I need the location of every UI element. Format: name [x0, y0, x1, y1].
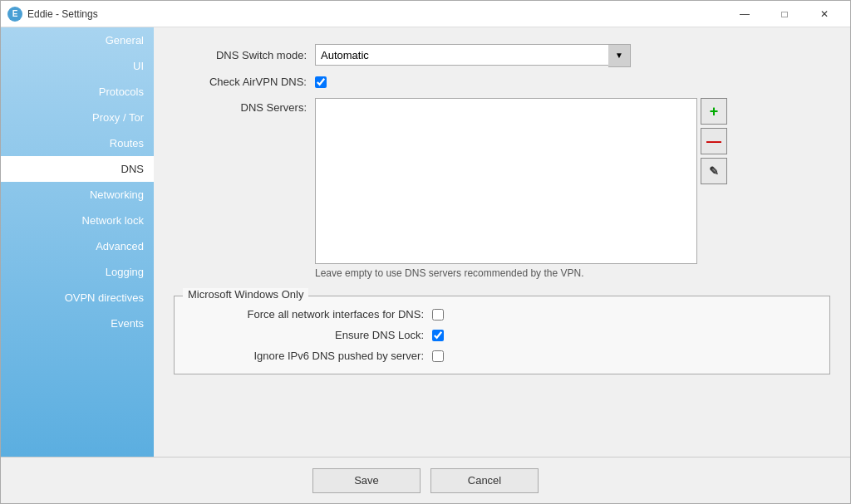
dns-switch-mode-select[interactable]: Automatic Manual None — [315, 44, 631, 66]
sidebar-item-logging[interactable]: Logging — [1, 259, 154, 285]
windows-only-group: Microsoft Windows Only Force all network… — [174, 296, 830, 374]
force-all-interfaces-checkbox[interactable] — [432, 309, 444, 321]
windows-only-legend: Microsoft Windows Only — [183, 288, 308, 301]
ignore-ipv6-label: Ignore IPv6 DNS pushed by server: — [191, 350, 424, 362]
main-panel: DNS Switch mode: Automatic Manual None C… — [154, 27, 850, 457]
content-area: General UI Protocols Proxy / Tor Routes … — [1, 27, 850, 457]
sidebar-item-ovpn-directives[interactable]: OVPN directives — [1, 285, 154, 311]
sidebar-item-general[interactable]: General — [1, 27, 154, 53]
cancel-button[interactable]: Cancel — [430, 468, 539, 493]
window-controls: — □ ✕ — [726, 1, 844, 27]
sidebar-item-dns[interactable]: DNS — [1, 156, 154, 182]
ensure-dns-lock-checkbox[interactable] — [432, 330, 444, 341]
sidebar-item-protocols[interactable]: Protocols — [1, 79, 154, 105]
ignore-ipv6-row: Ignore IPv6 DNS pushed by server: — [191, 350, 813, 362]
ensure-dns-lock-row: Ensure DNS Lock: — [191, 329, 813, 341]
minimize-button[interactable]: — — [726, 1, 764, 27]
dns-servers-label: DNS Servers: — [174, 98, 307, 114]
app-icon: E — [7, 7, 22, 22]
sidebar-item-ui[interactable]: UI — [1, 53, 154, 79]
dns-servers-buttons: + — ✎ — [701, 98, 727, 184]
dns-switch-mode-wrapper: Automatic Manual None — [315, 44, 631, 66]
check-airvpn-dns-row: Check AirVPN DNS: — [174, 76, 830, 88]
dns-switch-mode-row: DNS Switch mode: Automatic Manual None — [174, 44, 830, 66]
ignore-ipv6-checkbox[interactable] — [432, 350, 444, 362]
save-button[interactable]: Save — [312, 468, 421, 493]
dns-add-button[interactable]: + — [701, 98, 727, 125]
sidebar-item-networking[interactable]: Networking — [1, 182, 154, 208]
main-window: E Eddie - Settings — □ ✕ General UI Prot… — [0, 0, 851, 504]
sidebar-item-routes[interactable]: Routes — [1, 130, 154, 156]
close-button[interactable]: ✕ — [805, 1, 844, 27]
force-all-interfaces-row: Force all network interfaces for DNS: — [191, 308, 813, 321]
footer: Save Cancel — [1, 457, 850, 503]
dns-edit-button[interactable]: ✎ — [701, 158, 727, 184]
force-all-interfaces-label: Force all network interfaces for DNS: — [191, 308, 424, 321]
check-airvpn-dns-checkbox[interactable] — [315, 76, 327, 88]
dns-servers-textarea[interactable] — [315, 98, 697, 264]
maximize-button[interactable]: □ — [765, 1, 804, 27]
sidebar-item-proxy-tor[interactable]: Proxy / Tor — [1, 105, 154, 130]
window-title: Eddie - Settings — [27, 8, 726, 20]
sidebar-item-advanced[interactable]: Advanced — [1, 233, 154, 259]
dns-servers-area: DNS Servers: + — ✎ — [174, 98, 830, 264]
dns-remove-button[interactable]: — — [701, 128, 727, 154]
dns-hint-text: Leave empty to use DNS servers recommend… — [315, 267, 830, 279]
title-bar: E Eddie - Settings — □ ✕ — [1, 1, 850, 27]
sidebar-item-events[interactable]: Events — [1, 311, 154, 336]
dns-switch-mode-label: DNS Switch mode: — [174, 49, 307, 61]
sidebar-item-network-lock[interactable]: Network lock — [1, 208, 154, 233]
check-airvpn-dns-label: Check AirVPN DNS: — [174, 76, 307, 88]
sidebar: General UI Protocols Proxy / Tor Routes … — [1, 27, 154, 457]
ensure-dns-lock-label: Ensure DNS Lock: — [191, 329, 424, 341]
